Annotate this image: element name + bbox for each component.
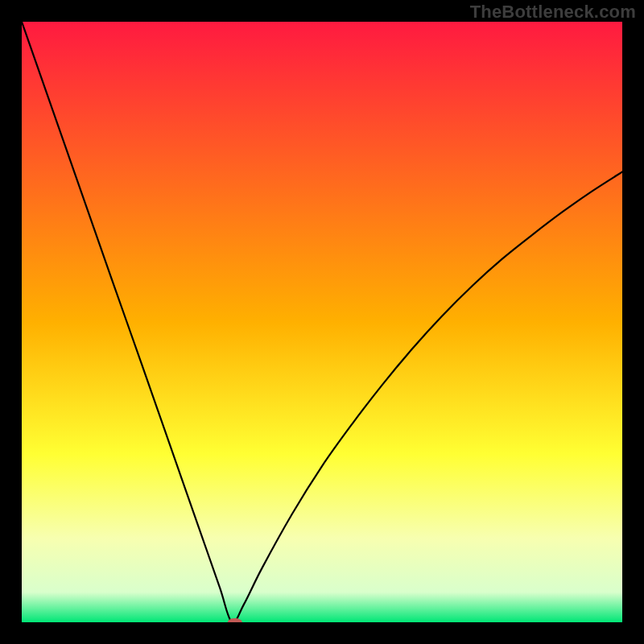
bottleneck-plot (22, 22, 622, 622)
gradient-background (22, 22, 622, 622)
plot-svg (22, 22, 622, 622)
chart-frame: TheBottleneck.com (0, 0, 644, 644)
watermark-text: TheBottleneck.com (470, 2, 636, 23)
